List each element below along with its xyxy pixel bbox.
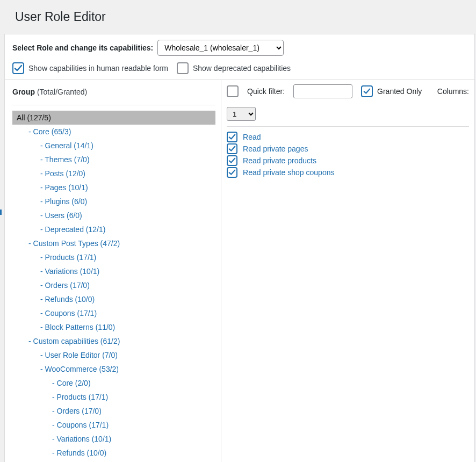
capability-row: Read private pages — [227, 143, 469, 155]
capability-label[interactable]: Read private pages — [243, 145, 308, 153]
columns-label: Columns: — [437, 87, 469, 96]
group-tree-item[interactable]: - Plugins (6/0) — [36, 194, 215, 208]
group-divider — [12, 105, 215, 105]
capabilities-column: Quick filter: Granted Only Columns: 1 Re… — [221, 80, 474, 462]
group-tree-item[interactable]: - Coupons (17/1) — [48, 418, 215, 432]
group-subtitle: (Total/Granted) — [37, 88, 87, 96]
editor-panel: Select Role and change its capabilities:… — [4, 34, 475, 462]
group-tree-item[interactable]: - Products (17/1) — [36, 250, 215, 264]
capabilities-list: ReadRead private pagesRead private produ… — [227, 131, 469, 178]
capability-row: Read — [227, 131, 469, 143]
group-tree-item[interactable]: - Variations (10/1) — [48, 432, 215, 446]
capability-label[interactable]: Read private products — [243, 156, 316, 165]
capability-checkbox[interactable] — [227, 143, 237, 154]
group-tree-item[interactable]: All (127/5) — [12, 111, 215, 125]
show-deprecated-checkbox[interactable] — [177, 62, 189, 74]
capability-label[interactable]: Read — [243, 133, 261, 141]
show-human-checkbox[interactable] — [12, 62, 24, 74]
capability-label[interactable]: Read private shop coupons — [243, 168, 334, 177]
capability-row: Read private shop coupons — [227, 167, 469, 178]
group-column: Group (Total/Granted) All (127/5)- Core … — [5, 80, 221, 462]
group-tree-item[interactable]: - Custom capabilities (61/2) — [24, 334, 215, 348]
group-tree-item[interactable]: - Pages (10/1) — [36, 181, 215, 194]
group-tree-item[interactable]: - Deprecated (12/1) — [36, 222, 215, 236]
group-tree-item[interactable]: - Core (2/0) — [48, 376, 215, 390]
quick-filter-label: Quick filter: — [247, 87, 285, 96]
group-tree-item[interactable]: - Users (6/0) — [36, 208, 215, 222]
show-human-label: Show capabilities in human readable form — [28, 64, 168, 73]
group-tree-item[interactable]: - Block Patterns (11/0) — [36, 320, 215, 334]
group-tree-item[interactable]: - Orders (17/0) — [36, 278, 215, 292]
left-accent-strip — [0, 210, 2, 215]
group-tree-item[interactable]: - WooCommerce (53/2) — [36, 362, 215, 376]
group-tree-item[interactable]: - Custom Post Types (47/2) — [24, 236, 215, 250]
group-tree-item[interactable]: - Posts (12/0) — [36, 167, 215, 181]
columns-select[interactable]: 1 — [227, 107, 256, 121]
capability-checkbox[interactable] — [227, 132, 237, 142]
granted-only-checkbox[interactable] — [361, 85, 373, 97]
granted-only-label: Granted Only — [377, 87, 422, 96]
page-title: User Role Editor — [15, 10, 476, 24]
group-tree-item[interactable]: - Refunds (10/0) — [48, 446, 215, 460]
capability-checkbox[interactable] — [227, 167, 237, 178]
show-deprecated-label: Show deprecated capabilities — [193, 64, 291, 73]
group-tree-item[interactable]: - General (14/1) — [36, 139, 215, 153]
group-tree-item[interactable]: - User Role Editor (7/0) — [36, 348, 215, 362]
toggle-all-checkbox[interactable] — [227, 85, 239, 97]
group-tree-item[interactable]: - Products (17/1) — [48, 390, 215, 404]
role-select-label: Select Role and change its capabilities: — [12, 44, 153, 52]
quick-filter-input[interactable] — [293, 84, 352, 98]
group-tree: All (127/5)- Core (65/3)- General (14/1)… — [12, 111, 215, 460]
group-tree-item[interactable]: - Variations (10/1) — [36, 264, 215, 278]
capabilities-toolbar: Quick filter: Granted Only Columns: 1 — [227, 84, 469, 127]
group-tree-item[interactable]: - Themes (7/0) — [36, 153, 215, 167]
group-tree-item[interactable]: - Coupons (17/1) — [36, 306, 215, 320]
capability-row: Read private products — [227, 155, 469, 167]
role-select[interactable]: Wholesale_1 (wholesaler_1) — [157, 40, 284, 56]
panel-header: Select Role and change its capabilities:… — [5, 34, 474, 80]
group-title: Group — [12, 88, 35, 96]
group-tree-item[interactable]: - Core (65/3) — [24, 125, 215, 139]
group-tree-item[interactable]: - Refunds (10/0) — [36, 292, 215, 306]
group-tree-item[interactable]: - Orders (17/0) — [48, 404, 215, 418]
capability-checkbox[interactable] — [227, 155, 237, 166]
